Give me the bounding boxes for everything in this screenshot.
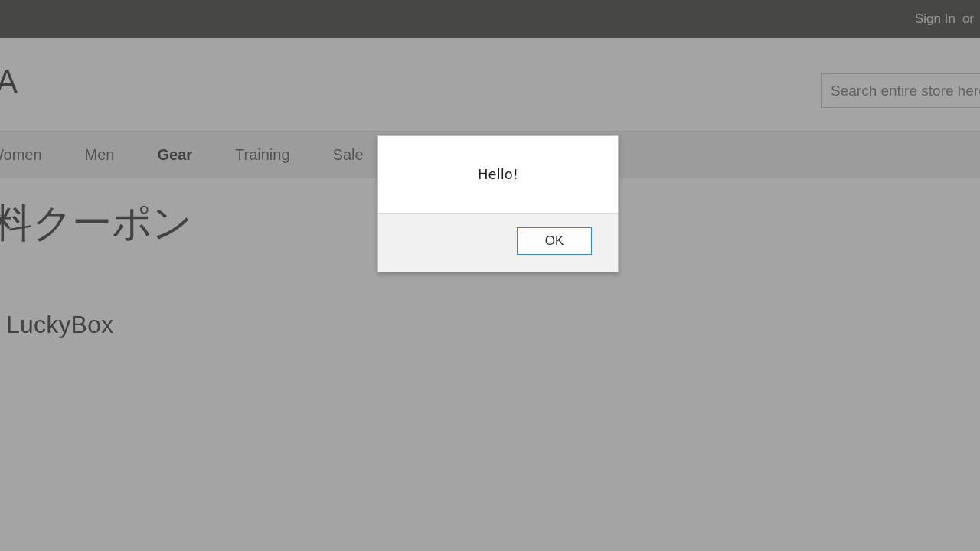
- modal-overlay[interactable]: [0, 0, 980, 551]
- ok-button[interactable]: OK: [517, 227, 592, 255]
- alert-message: Hello!: [378, 136, 618, 213]
- alert-dialog: Hello! OK: [377, 135, 619, 272]
- alert-footer: OK: [378, 213, 618, 272]
